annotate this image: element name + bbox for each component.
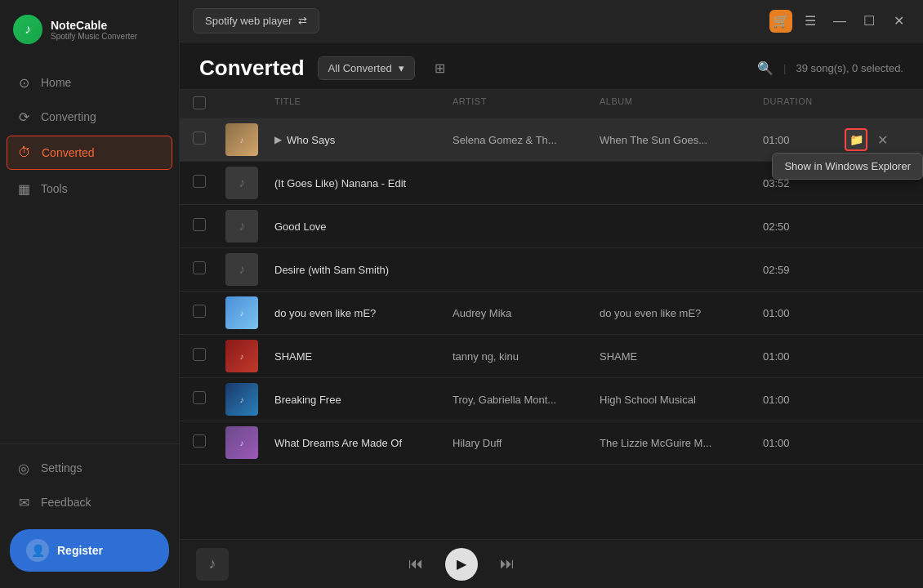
row-title: SHAME	[274, 350, 453, 363]
song-thumbnail: ♪	[225, 167, 258, 199]
tools-icon: ▦	[16, 181, 31, 196]
app-logo-icon: ♪	[13, 15, 42, 44]
sidebar-item-label: Converted	[42, 146, 95, 159]
bottom-player: ♪ ⏮ ▶ ⏭	[180, 539, 923, 588]
top-bar: Spotify web player ⇄ 🛒 ☰ — ☐ ✕	[180, 0, 923, 42]
sidebar-item-converted[interactable]: ⏱ Converted	[7, 136, 172, 170]
row-title: (It Goes Like) Nanana - Edit	[274, 177, 453, 189]
row-artist: Audrey Mika	[453, 307, 600, 319]
row-title: Desire (with Sam Smith)	[274, 264, 453, 276]
row-artist: tanny ng, kinu	[453, 350, 600, 363]
header-checkbox-col	[193, 96, 225, 111]
sidebar-item-feedback[interactable]: ✉ Feedback	[0, 485, 179, 519]
sidebar-item-label: Feedback	[41, 496, 91, 509]
next-button[interactable]: ⏭	[494, 551, 520, 577]
app-subtitle: Spotify Music Converter	[51, 32, 137, 41]
sidebar-item-settings[interactable]: ◎ Settings	[0, 451, 179, 485]
header-title: TITLE	[274, 96, 453, 111]
row-checkbox[interactable]	[193, 218, 206, 231]
row-duration: 01:00	[763, 437, 845, 449]
play-pause-button[interactable]: ▶	[445, 548, 478, 581]
converting-icon: ⟳	[16, 109, 31, 124]
register-avatar-icon: 👤	[26, 539, 49, 562]
row-duration: 02:59	[763, 264, 845, 276]
settings-icon: ◎	[16, 461, 31, 475]
converted-icon: ⏱	[17, 145, 32, 160]
table-row: ♪ SHAME tanny ng, kinu SHAME 01:00	[180, 335, 923, 378]
music-note-button[interactable]: ♪	[196, 548, 229, 581]
top-right-icons: 🛒 ☰ — ☐ ✕	[769, 10, 910, 33]
row-duration: 02:50	[763, 220, 845, 233]
logo-text: NoteCable Spotify Music Converter	[51, 19, 137, 41]
header-album: ALBUM	[600, 96, 763, 111]
row-duration: 01:00	[763, 307, 845, 319]
table-row: ♪ do you even like mE? Audrey Mika do yo…	[180, 292, 923, 335]
play-icon[interactable]: ▶	[274, 134, 282, 145]
table-row: ♪ Breaking Free Troy, Gabriella Mont... …	[180, 378, 923, 421]
cart-button[interactable]: 🛒	[769, 10, 792, 33]
filter-label: All Converted	[328, 62, 392, 74]
switch-icon: ⇄	[298, 15, 307, 27]
song-thumbnail: ♪	[225, 383, 258, 416]
row-checkbox[interactable]	[193, 434, 206, 448]
chevron-down-icon: ▾	[399, 62, 404, 74]
header-duration: DURATION	[763, 96, 845, 111]
header-thumb-col	[225, 96, 274, 111]
search-icon[interactable]: 🔍	[757, 60, 774, 76]
song-thumbnail: ♪	[225, 210, 258, 243]
bottom-nav: ◎ Settings ✉ Feedback 👤 Register	[0, 443, 179, 588]
sidebar-item-converting[interactable]: ⟳ Converting	[0, 100, 179, 134]
song-thumbnail: ♪	[225, 253, 258, 286]
header-actions	[845, 96, 910, 111]
spotify-web-player-button[interactable]: Spotify web player ⇄	[193, 8, 319, 33]
song-thumbnail: ♪	[225, 340, 258, 372]
register-button[interactable]: 👤 Register	[10, 529, 169, 572]
row-duration: 01:00	[763, 350, 845, 363]
row-checkbox[interactable]	[193, 305, 206, 318]
row-title: ▶ Who Says	[274, 134, 453, 146]
previous-button[interactable]: ⏮	[403, 551, 429, 577]
row-checkbox[interactable]	[193, 348, 206, 361]
row-checkbox[interactable]	[193, 391, 206, 404]
main-nav: ⊙ Home ⟳ Converting ⏱ Converted ▦ Tools	[0, 59, 179, 443]
filter-dropdown[interactable]: All Converted ▾	[318, 56, 415, 80]
home-icon: ⊙	[16, 75, 31, 90]
select-all-checkbox[interactable]	[193, 96, 206, 109]
row-checkbox[interactable]	[193, 131, 206, 145]
sidebar: ♪ NoteCable Spotify Music Converter ⊙ Ho…	[0, 0, 180, 588]
sidebar-item-home[interactable]: ⊙ Home	[0, 65, 179, 100]
sidebar-item-label: Home	[41, 76, 71, 89]
row-actions: 📁 ✕	[845, 128, 910, 151]
spotify-btn-label: Spotify web player	[205, 15, 292, 27]
header-right: 🔍 | 39 song(s), 0 selected.	[757, 60, 903, 76]
song-thumbnail: ♪	[225, 426, 258, 459]
row-checkbox[interactable]	[193, 175, 206, 188]
song-table: TITLE ARTIST ALBUM DURATION ♪ ▶ Who Says…	[180, 90, 923, 539]
song-thumbnail: ♪	[225, 123, 258, 156]
table-row: ♪ Desire (with Sam Smith) 02:59	[180, 248, 923, 292]
maximize-button[interactable]: ☐	[858, 10, 881, 33]
remove-song-button[interactable]: ✕	[872, 130, 892, 149]
page-title: Converted	[199, 56, 305, 81]
menu-button[interactable]: ☰	[799, 10, 822, 33]
song-count: 39 song(s), 0 selected.	[796, 62, 903, 74]
row-checkbox-cell	[193, 131, 225, 148]
row-title: Breaking Free	[274, 394, 453, 406]
sidebar-item-label: Tools	[41, 182, 68, 195]
register-label: Register	[57, 544, 103, 557]
row-duration: 01:00	[763, 394, 845, 406]
show-in-explorer-button[interactable]: 📁	[845, 128, 867, 151]
player-controls: ⏮ ▶ ⏭	[403, 548, 520, 581]
main-area: Spotify web player ⇄ 🛒 ☰ — ☐ ✕ Converted…	[180, 0, 923, 588]
player-left: ♪	[196, 548, 229, 581]
grid-view-button[interactable]: ⊞	[428, 56, 453, 81]
explorer-tooltip: Show in Windows Explorer	[772, 153, 923, 180]
app-name: NoteCable	[51, 19, 137, 32]
logo-area: ♪ NoteCable Spotify Music Converter	[0, 0, 179, 59]
minimize-button[interactable]: —	[828, 10, 851, 33]
table-row: ♪ ▶ Who Says Selena Gomez & Th... When T…	[180, 118, 923, 162]
row-checkbox[interactable]	[193, 261, 206, 274]
close-button[interactable]: ✕	[887, 10, 910, 33]
row-album: High School Musical	[600, 394, 763, 406]
sidebar-item-tools[interactable]: ▦ Tools	[0, 172, 179, 206]
